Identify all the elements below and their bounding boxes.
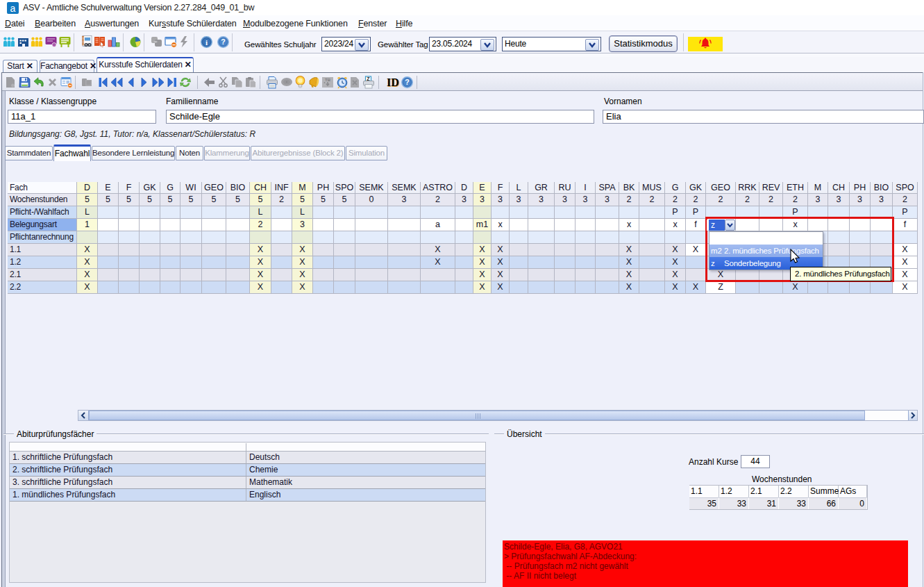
- svg-text:TB: TB: [325, 78, 331, 82]
- svg-text:Z: Z: [367, 76, 370, 81]
- svg-text:i: i: [205, 38, 208, 47]
- svg-text:a: a: [10, 3, 16, 14]
- svg-text:?: ?: [405, 78, 409, 86]
- svg-text:?: ?: [221, 38, 225, 46]
